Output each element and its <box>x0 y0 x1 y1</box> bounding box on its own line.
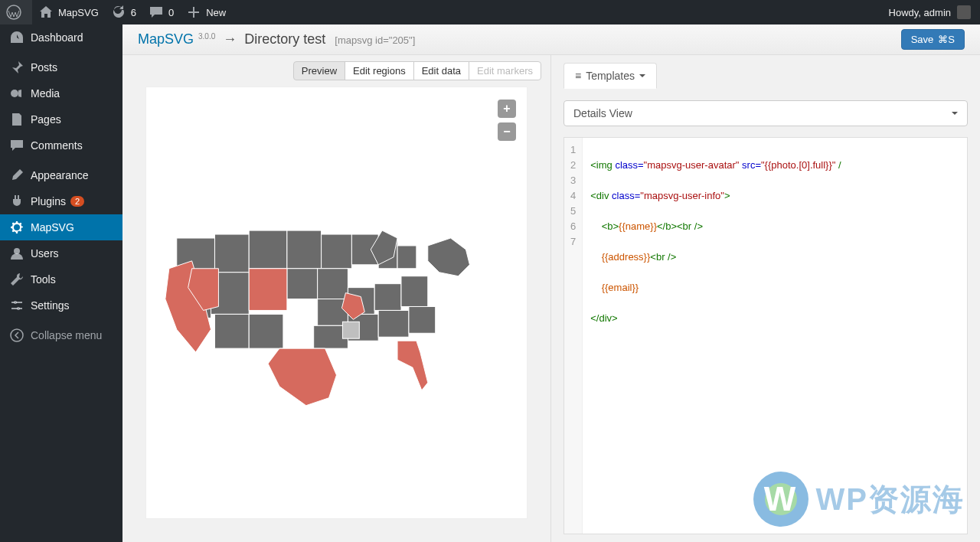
comment-icon <box>149 5 164 20</box>
line-num: 1 <box>570 142 576 158</box>
comments-bubble[interactable]: 0 <box>142 0 180 24</box>
svg-rect-7 <box>214 234 249 273</box>
state-arkansas <box>342 322 359 338</box>
template-dropdown[interactable]: Details View <box>564 100 968 126</box>
tab-preview[interactable]: Preview <box>293 61 345 80</box>
svg-rect-16 <box>287 269 318 299</box>
tab-edit-markers: Edit markers <box>469 61 541 80</box>
wrench-icon <box>9 272 24 287</box>
watermark-text: WP资源海 <box>816 478 965 521</box>
line-num: 4 <box>570 188 576 204</box>
tab-templates[interactable]: ≡ Templates <box>564 63 657 89</box>
line-num: 5 <box>570 204 576 219</box>
admin-bar-right[interactable]: Howdy, admin <box>889 0 980 24</box>
state-florida <box>397 341 428 390</box>
sidebar-label: Tools <box>31 273 56 286</box>
save-button[interactable]: Save ⌘S <box>901 29 965 50</box>
svg-point-3 <box>14 301 17 304</box>
sidebar-label: Pages <box>31 113 61 126</box>
shortcode: [mapsvg id="205"] <box>335 34 415 46</box>
sidebar-item-comments[interactable]: Comments <box>0 132 122 158</box>
svg-rect-23 <box>401 276 428 307</box>
comments-count: 0 <box>168 7 174 18</box>
main-content: MapSVG 3.0.0 → Directory test [mapsvg id… <box>122 24 980 542</box>
caret-down-icon <box>952 112 958 115</box>
avatar <box>957 5 971 19</box>
sidebar-label: Settings <box>31 299 70 312</box>
comment-icon <box>9 138 24 153</box>
dashboard-icon <box>9 30 24 45</box>
tab-edit-data[interactable]: Edit data <box>413 61 469 80</box>
page-title: MapSVG 3.0.0 → Directory test [mapsvg id… <box>138 31 415 47</box>
wordpress-icon <box>6 5 21 20</box>
updates-count: 6 <box>131 7 136 18</box>
sidebar-label: Comments <box>31 139 83 152</box>
hamburger-icon: ≡ <box>575 70 581 82</box>
admin-bar-left: MapSVG 6 0 New <box>0 0 232 24</box>
media-icon <box>9 86 24 101</box>
collapse-icon <box>9 328 24 343</box>
svg-rect-25 <box>378 310 409 337</box>
sidebar-item-settings[interactable]: Settings <box>0 292 122 318</box>
howdy-text: Howdy, admin <box>889 7 951 18</box>
left-pane: Preview Edit regions Edit data Edit mark… <box>122 55 551 542</box>
sidebar-item-mapsvg[interactable]: MapSVG <box>0 214 122 240</box>
user-icon <box>9 246 24 261</box>
svg-rect-18 <box>214 314 249 348</box>
sidebar-item-users[interactable]: Users <box>0 240 122 266</box>
save-hint: ⌘S <box>938 34 955 45</box>
brush-icon <box>9 168 24 183</box>
caret-down-icon <box>639 74 645 77</box>
zoom-out-button[interactable]: − <box>498 122 516 141</box>
map-title: Directory test <box>244 31 325 47</box>
line-num: 2 <box>570 158 576 173</box>
collapse-label: Collapse menu <box>31 329 102 341</box>
tab-edit-regions[interactable]: Edit regions <box>345 61 414 80</box>
collapse-menu[interactable]: Collapse menu <box>0 322 122 348</box>
admin-bar: MapSVG 6 0 New Howdy, admin <box>0 0 980 24</box>
sidebar-label: Dashboard <box>31 31 83 44</box>
plug-icon <box>9 194 24 209</box>
line-num: 3 <box>570 173 576 188</box>
svg-rect-10 <box>322 234 352 269</box>
wp-logo[interactable] <box>0 0 32 24</box>
sidebar-label: Posts <box>31 61 57 73</box>
line-num: 6 <box>570 219 576 234</box>
sidebar-item-pages[interactable]: Pages <box>0 106 122 132</box>
sidebar-label: MapSVG <box>31 221 74 233</box>
sidebar-label: Media <box>31 87 60 100</box>
sidebar-item-media[interactable]: Media <box>0 80 122 106</box>
sidebar-item-posts[interactable]: Posts <box>0 54 122 80</box>
right-pane: ≡ Templates Details View 1 2 3 4 5 6 7 <box>551 55 980 542</box>
plugin-link[interactable]: MapSVG <box>138 31 194 47</box>
refresh-icon <box>111 5 126 20</box>
svg-point-1 <box>11 90 18 97</box>
line-gutter: 1 2 3 4 5 6 7 <box>564 138 583 534</box>
sidebar-item-appearance[interactable]: Appearance <box>0 162 122 188</box>
content-split: Preview Edit regions Edit data Edit mark… <box>122 55 980 542</box>
svg-rect-17 <box>318 269 348 299</box>
svg-point-4 <box>17 307 20 310</box>
watermark-logo: W <box>753 472 808 527</box>
site-name[interactable]: MapSVG <box>32 0 105 24</box>
svg-rect-26 <box>409 306 436 333</box>
new-label: New <box>206 7 226 18</box>
page-header: MapSVG 3.0.0 → Directory test [mapsvg id… <box>122 24 980 55</box>
updates[interactable]: 6 <box>105 0 142 24</box>
map-preview[interactable]: + − <box>145 87 528 519</box>
site-name-label: MapSVG <box>58 7 99 18</box>
sidebar-item-plugins[interactable]: Plugins2 <box>0 188 122 214</box>
sliders-icon <box>9 298 24 313</box>
zoom-in-button[interactable]: + <box>498 100 516 118</box>
svg-point-5 <box>11 329 23 341</box>
zoom-controls: + − <box>498 100 516 141</box>
sidebar-item-tools[interactable]: Tools <box>0 266 122 292</box>
page-icon <box>9 112 24 127</box>
state-texas <box>268 348 336 406</box>
home-icon <box>38 5 54 20</box>
sidebar-item-dashboard[interactable]: Dashboard <box>0 24 122 51</box>
new-content[interactable]: New <box>180 0 232 24</box>
sidebar-label: Appearance <box>31 169 89 181</box>
usa-map[interactable] <box>146 87 527 518</box>
svg-rect-19 <box>249 314 283 348</box>
